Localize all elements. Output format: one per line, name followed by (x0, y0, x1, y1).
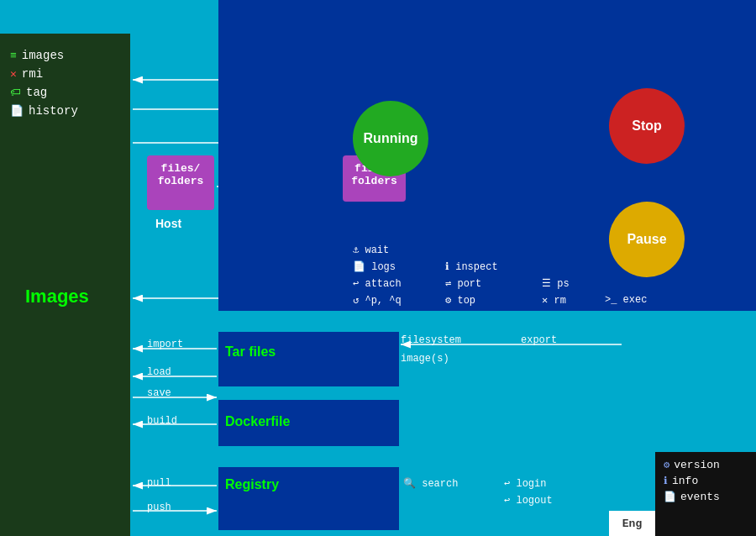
sidebar-label-images: images (22, 49, 64, 62)
load-label: load (147, 366, 171, 378)
top-cmd: ⚙ top (445, 294, 475, 307)
sidebar-item-history[interactable]: 📄 history (10, 104, 120, 118)
info-label: info (672, 475, 698, 487)
sidebar-label-rmi: rmi (22, 67, 43, 81)
sidebar-label-tag: tag (26, 86, 47, 99)
login-label: ↩ login (504, 477, 546, 490)
tar-files-label: Tar files (225, 344, 276, 360)
build-label: build (147, 415, 177, 427)
export-label: export (521, 334, 557, 346)
wait-cmd: ⚓ wait (353, 244, 389, 256)
eng-label: Eng (609, 511, 655, 536)
stop-state: Stop (609, 88, 685, 164)
version-icon: ⚙ (664, 459, 669, 471)
pause-state: Pause (609, 202, 685, 277)
exec-cmd: >_ exec (605, 294, 647, 306)
tar-images-label: image(s) (401, 353, 449, 365)
sidebar-item-images[interactable]: ≡ images (10, 49, 120, 62)
registry-label: Registry (225, 477, 279, 492)
host-label: Host (155, 217, 181, 230)
search-label: 🔍 search (403, 477, 458, 490)
sidebar-item-tag[interactable]: 🏷 tag (10, 86, 120, 99)
sidebar: ≡ images ✕ rmi 🏷 tag 📄 history Images (0, 34, 130, 536)
info-item: ℹ info (664, 475, 748, 487)
info-icon: ℹ (664, 475, 668, 487)
pull-label: pull (147, 477, 171, 489)
attach-cmd: ↩ attach (353, 277, 402, 290)
version-label: version (674, 459, 720, 471)
images-section-label: Images (25, 286, 89, 307)
sidebar-item-rmi[interactable]: ✕ rmi (10, 67, 120, 81)
tag-icon: 🏷 (10, 87, 21, 99)
logs-cmd: 📄 logs (353, 260, 396, 273)
events-icon: 📄 (664, 491, 676, 503)
images-icon: ≡ (10, 50, 17, 62)
ctrl-cmd: ↺ ^p, ^q (353, 294, 402, 307)
tar-filesystem-label: filesystem (401, 334, 461, 346)
running-state: Running (353, 101, 428, 176)
push-label: push (147, 502, 171, 513)
events-label: events (680, 491, 720, 503)
rmi-icon: ✕ (10, 67, 17, 81)
version-item: ⚙ version (664, 459, 748, 471)
ps-cmd: ☰ ps (542, 277, 570, 290)
import-label: import (147, 339, 183, 350)
dockerfile-label: Dockerfile (225, 414, 290, 429)
save-label: save (147, 387, 171, 399)
info-box: ⚙ version ℹ info 📄 events (655, 452, 756, 536)
events-item: 📄 events (664, 491, 748, 503)
logout-label: ↩ logout (504, 494, 553, 507)
port-cmd: ⇌ port (445, 277, 481, 290)
rm-cmd: ✕ rm (542, 294, 566, 307)
files-host-box: files/folders (147, 155, 214, 210)
inspect-cmd: ℹ inspect (445, 260, 498, 273)
history-icon: 📄 (10, 104, 24, 118)
sidebar-label-history: history (29, 104, 78, 118)
